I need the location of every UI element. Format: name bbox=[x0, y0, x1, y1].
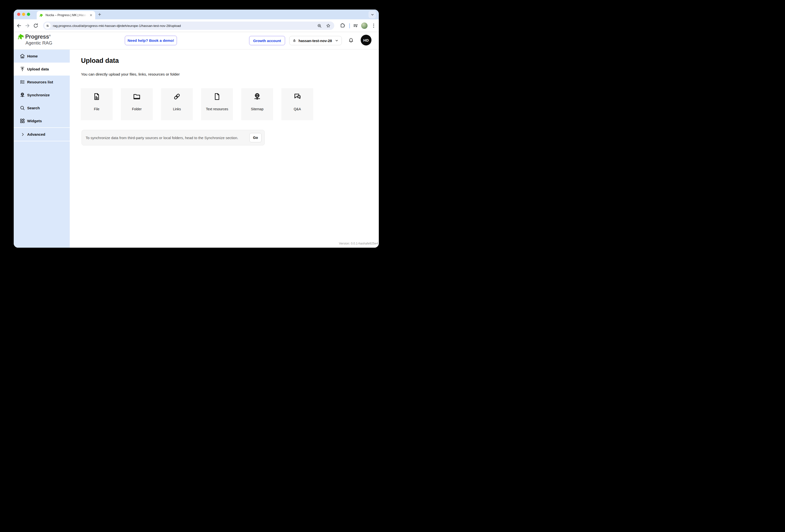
sidebar-item-label: Widgets bbox=[27, 119, 42, 123]
version-text: Version: 0.0.1-hashafe925e4 bbox=[339, 242, 378, 245]
tab-search-button[interactable] bbox=[369, 11, 376, 18]
nuclia-favicon-icon bbox=[39, 13, 43, 17]
sidebar-item-synchronize[interactable]: Synchronize bbox=[14, 88, 70, 102]
sidebar-item-widgets[interactable]: Widgets bbox=[14, 114, 70, 127]
macos-zoom-button[interactable] bbox=[27, 13, 30, 16]
upload-card-label: Links bbox=[173, 107, 181, 111]
tab-title: Nuclia – Progress | MK | Hass bbox=[46, 14, 88, 17]
notifications-bell-icon[interactable] bbox=[348, 37, 354, 44]
extensions-icon[interactable] bbox=[340, 23, 346, 29]
upload-card-label: Q&A bbox=[294, 107, 301, 111]
brand-name: Progress® bbox=[25, 33, 51, 40]
brand-product: Agentic RAG bbox=[25, 41, 52, 46]
growth-account-button[interactable]: Growth account bbox=[249, 36, 285, 45]
widgets-icon bbox=[20, 118, 25, 124]
upload-card-label: File bbox=[94, 107, 100, 111]
text-doc-icon bbox=[213, 92, 221, 101]
upload-card-file[interactable]: File bbox=[81, 88, 112, 120]
site-settings-button[interactable] bbox=[44, 23, 51, 29]
upload-card-links[interactable]: Links bbox=[161, 88, 193, 120]
chevron-down-icon bbox=[335, 38, 339, 43]
tab-close-icon[interactable] bbox=[89, 14, 93, 17]
sidebar-item-label: Upload data bbox=[27, 67, 49, 71]
go-button[interactable]: Go bbox=[249, 133, 261, 142]
sidebar-item-search[interactable]: Search bbox=[14, 102, 70, 114]
macos-minimize-button[interactable] bbox=[22, 13, 25, 16]
sidebar-item-label: Resources list bbox=[27, 80, 53, 84]
synchronize-note-text: To synchronize data from third-party sou… bbox=[86, 136, 249, 140]
qa-icon bbox=[293, 92, 302, 101]
back-button[interactable] bbox=[16, 23, 22, 29]
browser-profile-avatar[interactable] bbox=[361, 23, 368, 29]
upload-cards-row: FileFolderLinksText resourcesSitemapQ&A bbox=[81, 88, 313, 120]
file-icon bbox=[93, 92, 101, 101]
lock-icon bbox=[293, 38, 296, 43]
toolbar-separator bbox=[349, 23, 350, 28]
upload-card-label: Sitemap bbox=[251, 107, 263, 111]
media-controls-icon[interactable] bbox=[353, 23, 358, 29]
zoom-in-icon[interactable] bbox=[317, 23, 322, 28]
synchronize-note-box: To synchronize data from third-party sou… bbox=[81, 130, 265, 145]
reload-button[interactable] bbox=[33, 23, 39, 29]
url-text[interactable]: rag.progress.cloud/at/progress-mki-hassa… bbox=[53, 24, 313, 28]
browser-window: Nuclia – Progress | MK | Hass rag.progre… bbox=[14, 9, 379, 248]
upload-card-label: Text resources bbox=[206, 107, 228, 111]
upload-card-text-resources[interactable]: Text resources bbox=[201, 88, 233, 120]
knowledge-box-name: hassan-test-nov-28 bbox=[299, 38, 333, 43]
upload-card-label: Folder bbox=[132, 107, 142, 111]
sidebar-item-label: Advanced bbox=[27, 132, 45, 137]
sidebar-item-resources-list[interactable]: Resources list bbox=[14, 76, 70, 88]
main-content: Upload data You can directly upload your… bbox=[70, 50, 379, 248]
macos-close-button[interactable] bbox=[17, 13, 20, 16]
sidebar-item-home[interactable]: Home bbox=[14, 50, 70, 62]
new-tab-button[interactable] bbox=[97, 12, 102, 17]
sidebar: HomeUpload dataResources listSynchronize… bbox=[14, 50, 70, 248]
bookmark-star-icon[interactable] bbox=[326, 23, 331, 28]
sidebar-divider bbox=[14, 141, 70, 141]
url-bar[interactable]: rag.progress.cloud/at/progress-mki-hassa… bbox=[43, 22, 334, 30]
browser-menu-icon[interactable] bbox=[371, 23, 377, 29]
links-icon bbox=[173, 92, 181, 101]
globe-node-icon bbox=[253, 92, 261, 101]
upload-icon bbox=[20, 66, 25, 72]
screenshot-background: Nuclia – Progress | MK | Hass rag.progre… bbox=[0, 0, 392, 266]
forward-button bbox=[24, 23, 30, 29]
sidebar-item-advanced[interactable]: Advanced bbox=[14, 128, 70, 141]
chevron-down-icon bbox=[371, 13, 374, 17]
sidebar-item-label: Search bbox=[27, 106, 40, 110]
sidebar-item-label: Home bbox=[27, 54, 38, 58]
progress-logo-icon bbox=[17, 33, 24, 41]
sidebar-item-label: Synchronize bbox=[27, 93, 50, 97]
app-header: Progress® Agentic RAG Need help? Book a … bbox=[14, 32, 379, 49]
page-subtitle: You can directly upload your files, link… bbox=[81, 72, 180, 77]
book-demo-button[interactable]: Need help? Book a demo! bbox=[125, 36, 177, 45]
upload-card-q-a[interactable]: Q&A bbox=[281, 88, 313, 120]
chevron-right-icon bbox=[21, 132, 25, 137]
upload-card-folder[interactable]: Folder bbox=[121, 88, 153, 120]
page-title: Upload data bbox=[81, 57, 119, 64]
browser-tab[interactable]: Nuclia – Progress | MK | Hass bbox=[37, 11, 95, 19]
sidebar-item-upload-data[interactable]: Upload data bbox=[14, 62, 70, 76]
search-icon bbox=[20, 105, 25, 111]
upload-card-sitemap[interactable]: Sitemap bbox=[241, 88, 273, 120]
knowledge-box-selector[interactable]: hassan-test-nov-28 bbox=[289, 36, 342, 45]
user-avatar[interactable]: HD bbox=[361, 35, 372, 46]
registered-mark: ® bbox=[49, 34, 50, 37]
folder-icon bbox=[133, 92, 141, 101]
resources-list-icon bbox=[20, 79, 25, 85]
site-settings-icon bbox=[46, 24, 50, 28]
home-icon bbox=[20, 53, 25, 59]
tab-strip: Nuclia – Progress | MK | Hass bbox=[14, 9, 379, 19]
globe-node-icon bbox=[20, 92, 25, 98]
